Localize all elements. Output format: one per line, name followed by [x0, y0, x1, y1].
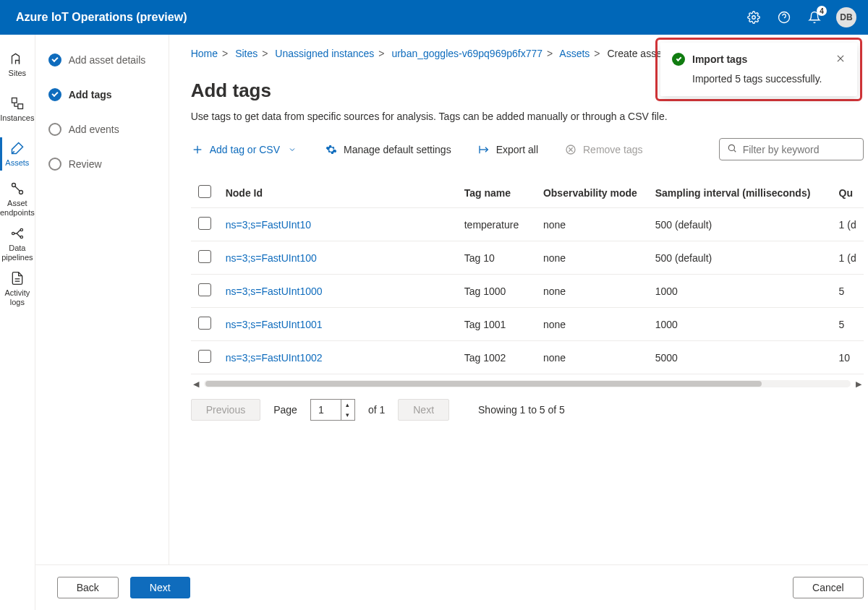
back-button[interactable]: Back [57, 577, 119, 598]
row-checkbox[interactable] [198, 217, 211, 230]
endpoints-icon [9, 181, 25, 197]
node-id-link[interactable]: ns=3;s=FastUInt1001 [226, 319, 323, 330]
settings-icon[interactable] [745, 9, 762, 26]
toast-highlight: Import tags Imported 5 tags successfully… [655, 38, 862, 101]
cancel-button[interactable]: Cancel [793, 577, 864, 598]
node-id-link[interactable]: ns=3;s=FastUInt1002 [226, 352, 323, 364]
filter-input-container[interactable] [719, 138, 864, 160]
wizard-steps: Add asset details Add tags Add events Re… [35, 35, 169, 564]
scroll-track[interactable] [204, 380, 851, 387]
page-number-input[interactable]: 1 ▴▾ [310, 399, 355, 421]
breadcrumb-link[interactable]: Unassigned instances [275, 48, 374, 59]
svg-point-10 [12, 232, 14, 234]
col-tag-name[interactable]: Tag name [457, 178, 536, 208]
col-observability[interactable]: Observability mode [536, 178, 648, 208]
scroll-left-icon[interactable]: ◀ [191, 379, 201, 389]
step-add-tags[interactable]: Add tags [48, 88, 158, 101]
page-of-label: of 1 [368, 404, 385, 416]
cell-tag-name: Tag 1000 [457, 275, 536, 308]
page-subtitle: Use tags to get data from specific sourc… [191, 111, 864, 122]
row-checkbox[interactable] [198, 317, 211, 330]
assets-icon [9, 140, 25, 156]
add-tag-button[interactable]: Add tag or CSV [191, 143, 299, 156]
cell-sampling: 500 (default) [648, 208, 832, 241]
manage-settings-button[interactable]: Manage default settings [325, 143, 451, 156]
cell-observability: none [536, 341, 648, 374]
horizontal-scrollbar[interactable]: ◀ ▶ [191, 379, 864, 389]
col-node-id[interactable]: Node Id [218, 178, 457, 208]
node-id-link[interactable]: ns=3;s=FastUInt100 [226, 252, 317, 264]
step-pending-icon [48, 123, 61, 136]
cell-queue: 1 (d [832, 208, 864, 241]
breadcrumb-link[interactable]: Sites [235, 48, 258, 59]
node-id-link[interactable]: ns=3;s=FastUInt10 [226, 219, 311, 231]
svg-line-9 [15, 186, 20, 192]
notification-badge: 4 [817, 6, 827, 16]
filter-input[interactable] [743, 144, 856, 155]
table-row: ns=3;s=FastUInt1002 Tag 1002 none 5000 1… [191, 341, 864, 374]
rail-item-instances[interactable]: Instances [0, 87, 35, 132]
step-add-events[interactable]: Add events [48, 123, 158, 136]
step-review[interactable]: Review [48, 158, 158, 171]
svg-point-0 [752, 16, 756, 20]
breadcrumb-link[interactable]: urban_goggles-v69pq969p6fx777 [391, 48, 542, 59]
scroll-thumb[interactable] [205, 381, 762, 387]
table-row: ns=3;s=FastUInt10 temperature none 500 (… [191, 208, 864, 241]
export-all-button[interactable]: Export all [477, 143, 538, 156]
row-checkbox[interactable] [198, 283, 211, 296]
cell-queue: 1 (d [832, 241, 864, 275]
step-label: Review [69, 158, 102, 170]
select-all-checkbox[interactable] [198, 185, 211, 198]
cell-sampling: 5000 [648, 341, 832, 374]
cell-sampling: 1000 [648, 308, 832, 341]
nav-rail: Sites Instances Assets Asset endpoints D… [0, 35, 35, 610]
toolbar-label: Remove tags [583, 144, 642, 155]
step-asset-details[interactable]: Add asset details [48, 53, 158, 66]
row-checkbox[interactable] [198, 350, 211, 363]
toast-body: Imported 5 tags successfully. [672, 73, 846, 85]
rail-item-sites[interactable]: Sites [0, 42, 35, 87]
toolbar: Add tag or CSV Manage default settings E… [191, 138, 864, 160]
rail-item-activity-logs[interactable]: Activity logs [0, 266, 35, 311]
svg-line-23 [733, 150, 736, 152]
next-button[interactable]: Next [130, 577, 190, 598]
cell-tag-name: Tag 10 [457, 241, 536, 275]
gear-icon [325, 143, 338, 156]
export-icon [477, 143, 490, 156]
tags-table-container: Node Id Tag name Observability mode Samp… [191, 178, 864, 374]
plus-icon [191, 143, 204, 156]
cell-sampling: 500 (default) [648, 241, 832, 275]
notifications-icon[interactable]: 4 [806, 9, 823, 26]
table-row: ns=3;s=FastUInt1001 Tag 1001 none 1000 5 [191, 308, 864, 341]
remove-icon [564, 143, 577, 156]
sites-icon [9, 51, 25, 66]
svg-point-11 [20, 228, 22, 231]
node-id-link[interactable]: ns=3;s=FastUInt1000 [226, 285, 323, 297]
close-icon[interactable] [835, 53, 846, 66]
avatar[interactable]: DB [836, 7, 856, 27]
table-row: ns=3;s=FastUInt1000 Tag 1000 none 1000 5 [191, 275, 864, 308]
rail-item-asset-endpoints[interactable]: Asset endpoints [0, 176, 35, 221]
toolbar-label: Manage default settings [344, 144, 451, 155]
page-down-icon[interactable]: ▾ [341, 410, 354, 420]
rail-label: Sites [9, 69, 26, 78]
step-label: Add asset details [69, 54, 146, 66]
row-checkbox[interactable] [198, 250, 211, 263]
rail-item-assets[interactable]: Assets [0, 132, 35, 176]
step-label: Add tags [69, 89, 112, 100]
help-icon[interactable] [775, 9, 793, 26]
page-up-icon[interactable]: ▴ [341, 400, 354, 410]
showing-text: Showing 1 to 5 of 5 [478, 404, 565, 416]
prev-page-button: Previous [191, 399, 260, 421]
rail-item-data-pipelines[interactable]: Data pipelines [0, 221, 35, 266]
pagination: Previous Page 1 ▴▾ of 1 Next Showing 1 t… [191, 399, 864, 421]
breadcrumb-link[interactable]: Home [191, 48, 218, 59]
page-label: Page [273, 404, 297, 416]
search-icon [727, 143, 737, 155]
step-pending-icon [48, 158, 61, 171]
scroll-right-icon[interactable]: ▶ [854, 379, 864, 389]
col-sampling[interactable]: Sampling interval (milliseconds) [648, 178, 832, 208]
breadcrumb-link[interactable]: Assets [559, 48, 590, 59]
import-toast: Import tags Imported 5 tags successfully… [660, 43, 857, 96]
col-queue[interactable]: Qu [832, 178, 864, 208]
